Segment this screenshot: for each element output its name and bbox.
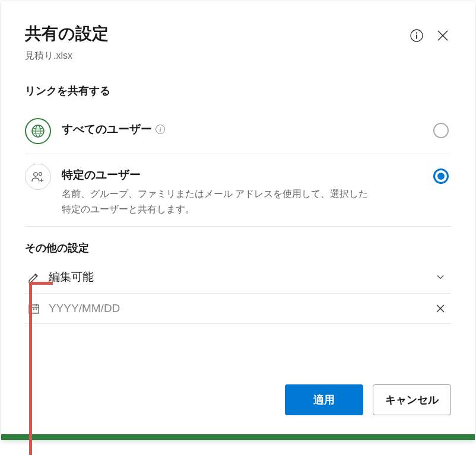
share-link-section: リンクを共有する すべてのユーザー xyxy=(25,84,451,241)
dialog-accent-bar xyxy=(1,434,475,440)
clear-date-button[interactable] xyxy=(432,303,449,314)
close-icon xyxy=(436,29,449,42)
cancel-button[interactable]: キャンセル xyxy=(373,384,451,415)
svg-point-9 xyxy=(39,173,42,176)
dialog-title: 共有の設定 xyxy=(25,23,109,45)
chevron-down-icon xyxy=(432,272,449,282)
info-button[interactable] xyxy=(408,27,425,44)
share-option-anyone[interactable]: すべてのユーザー i xyxy=(25,109,451,154)
globe-icon xyxy=(25,118,51,144)
svg-point-1 xyxy=(416,32,417,33)
svg-rect-19 xyxy=(36,308,37,310)
svg-rect-18 xyxy=(33,308,34,310)
clear-icon xyxy=(435,303,446,314)
apply-button[interactable]: 適用 xyxy=(285,384,363,415)
other-settings-section: その他の設定 編集可能 xyxy=(25,241,451,324)
option-anyone-label: すべてのユーザー xyxy=(62,122,152,137)
permission-dropdown[interactable]: 編集可能 xyxy=(25,261,451,294)
info-icon xyxy=(410,29,423,42)
option-specific-desc: 名前、グループ、ファミリまたはメール アドレスを使用して、選択した特定のユーザー… xyxy=(62,186,370,217)
svg-point-8 xyxy=(34,173,37,176)
share-heading: リンクを共有する xyxy=(25,84,451,98)
sharing-settings-dialog: 共有の設定 見積り.xlsx xyxy=(1,1,475,440)
filename-label: 見積り.xlsx xyxy=(25,50,109,62)
expiry-date-row[interactable]: YYYY/MM/DD xyxy=(25,294,451,324)
radio-anyone[interactable] xyxy=(433,123,449,138)
other-heading: その他の設定 xyxy=(25,241,451,255)
date-placeholder: YYYY/MM/DD xyxy=(49,302,432,315)
permission-label: 編集可能 xyxy=(49,269,432,285)
annotation-callout-line xyxy=(29,282,32,455)
dialog-header: 共有の設定 見積り.xlsx xyxy=(25,23,451,62)
svg-rect-2 xyxy=(416,35,417,39)
radio-specific[interactable] xyxy=(433,168,449,184)
dialog-footer: 適用 キャンセル xyxy=(25,384,451,424)
option-specific-label: 特定のユーザー xyxy=(62,167,141,183)
close-button[interactable] xyxy=(434,27,451,44)
share-option-specific[interactable]: 特定のユーザー 名前、グループ、ファミリまたはメール アドレスを使用して、選択し… xyxy=(25,154,451,226)
info-small-icon[interactable]: i xyxy=(156,125,165,134)
people-icon xyxy=(25,164,51,190)
